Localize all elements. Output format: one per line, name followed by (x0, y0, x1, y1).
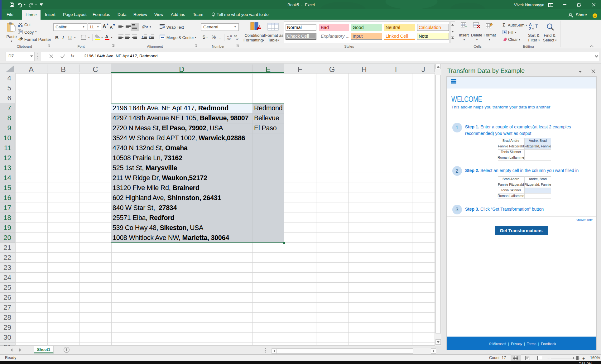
svg-text:Z: Z (529, 27, 531, 31)
svg-text:.00: .00 (227, 37, 231, 40)
svg-text:ab: ab (142, 24, 147, 30)
svg-text:→.0: →.0 (233, 37, 238, 40)
svg-text:,: , (219, 34, 221, 39)
svg-text:A: A (529, 22, 532, 27)
